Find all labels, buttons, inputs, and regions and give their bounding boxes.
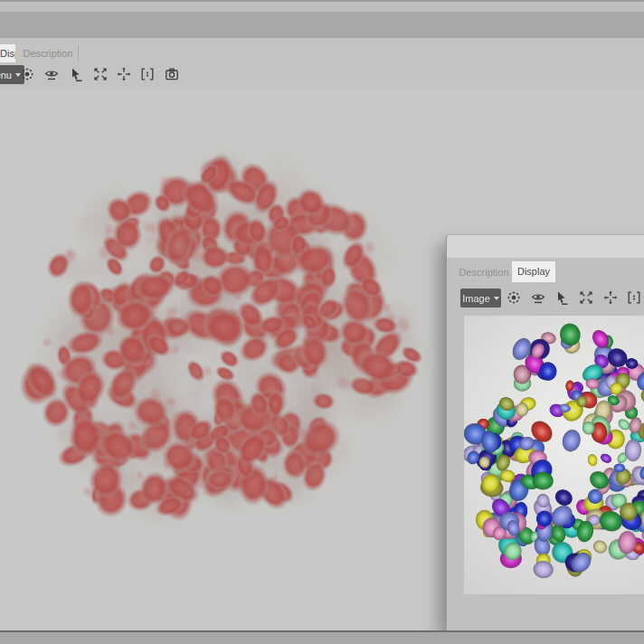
segmented-cells-render: [464, 316, 644, 594]
floating-viewer-window[interactable]: Description Display Image: [446, 234, 644, 631]
desktop-band-top: [0, 12, 644, 38]
image-dropdown-label: Image: [462, 293, 490, 304]
segmentation-viewport[interactable]: [464, 316, 644, 594]
window-titlebar[interactable]: [447, 235, 644, 258]
image-dropdown-button[interactable]: Image: [460, 289, 501, 308]
pointer-icon[interactable]: [554, 289, 570, 306]
fullscreen-icon[interactable]: [92, 66, 109, 82]
visibility-icon[interactable]: [530, 289, 546, 306]
tab-display-main-label: Display: [0, 44, 15, 62]
tab-display-main[interactable]: Display: [0, 44, 15, 62]
window-top-strip: [0, 2, 644, 12]
menu-dropdown-label: Menu: [0, 70, 12, 80]
visibility-icon[interactable]: [43, 66, 60, 82]
lighting-icon[interactable]: [506, 289, 522, 306]
bounding-box-icon[interactable]: [626, 289, 642, 306]
tab-display-float[interactable]: Display: [512, 261, 555, 282]
lighting-icon[interactable]: [19, 66, 35, 82]
recenter-icon[interactable]: [116, 66, 132, 82]
bounding-box-icon[interactable]: [139, 66, 156, 82]
chevron-down-icon: [494, 297, 499, 300]
tab-description-main[interactable]: Description: [20, 44, 76, 62]
fullscreen-icon[interactable]: [578, 289, 594, 306]
tab-separator: [78, 45, 79, 62]
recenter-icon[interactable]: [602, 289, 619, 306]
screenshot-icon[interactable]: [164, 66, 180, 82]
desktop-band-bottom: [0, 632, 644, 644]
pointer-icon[interactable]: [68, 66, 84, 82]
tab-description-float[interactable]: Description: [458, 263, 510, 281]
